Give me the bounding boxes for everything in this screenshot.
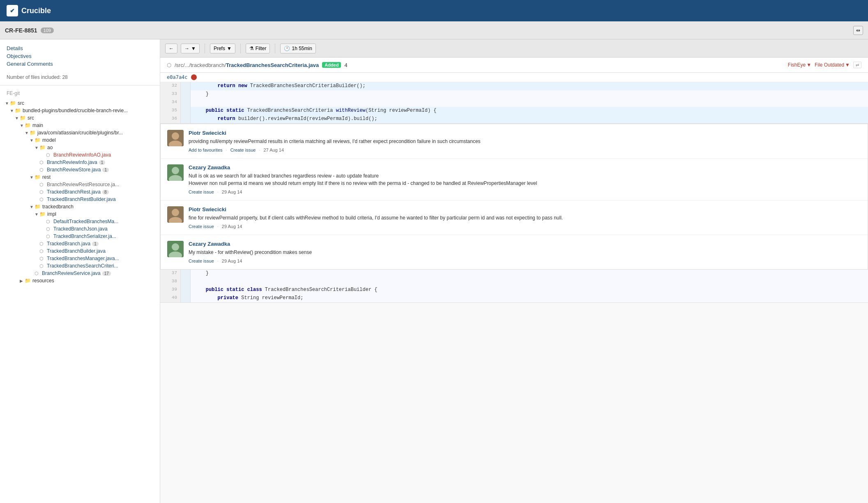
fisheye-dropdown-icon: ▼ — [806, 62, 811, 68]
avatar — [167, 130, 184, 146]
add-favourites-link[interactable]: Add to favourites — [189, 148, 223, 152]
line-number: 35 — [160, 107, 181, 115]
tree-label: java/com/atlassian/crucible/plugins/br..… — [37, 130, 123, 136]
create-issue-link[interactable]: Create issue — [189, 258, 214, 263]
main-layout: Details Objectives General Comments Numb… — [0, 39, 868, 503]
folder-icon: 📁 — [39, 145, 46, 150]
tree-label: src — [28, 115, 34, 121]
tree-toggle: ▼ — [35, 145, 39, 150]
sidebar-link-general-comments[interactable]: General Comments — [7, 60, 153, 68]
svg-point-7 — [172, 209, 179, 216]
tree-item-branchreviewinfo[interactable]: ⬡ BranchReviewInfo.java 1 — [3, 159, 157, 166]
tree-item-resources[interactable]: ▶ 📁 resources — [3, 277, 157, 284]
file-path: /src/.../trackedbranch/TrackedBranchesSe… — [175, 62, 319, 68]
sidebar-link-details[interactable]: Details — [7, 44, 153, 52]
tree-item-defaulttracked[interactable]: ⬡ DefaultTrackedBranchesMa... — [3, 218, 157, 225]
tree-item-java[interactable]: ▼ 📁 java/com/atlassian/crucible/plugins/… — [3, 129, 157, 136]
tree-item-branchreviewstore[interactable]: ⬡ BranchReviewStore.java 1 — [3, 166, 157, 173]
tree-item-trackedbranchserializer[interactable]: ⬡ TrackedBranchSerializer.ja... — [3, 233, 157, 240]
prefs-button[interactable]: Prefs ▼ — [210, 44, 235, 53]
tree-item-trackedbranchrestbuilder[interactable]: ⬡ TrackedBranchRestBuilder.java — [3, 196, 157, 203]
tree-item-trackedbranchessearch[interactable]: ⬡ TrackedBranchesSearchCriteri... — [3, 262, 157, 270]
tree-item-branchreviewinfoad[interactable]: ⬡ BranchReviewInfoAO.java — [3, 151, 157, 159]
tree-item-trackedbranch[interactable]: ⬡ TrackedBranch.java 1 — [3, 240, 157, 247]
file-icon: ⬡ — [39, 263, 45, 269]
line-content: } — [191, 90, 868, 99]
tree-item-trackedbranchbuilder[interactable]: ⬡ TrackedBranchBuilder.java — [3, 247, 157, 255]
line-gutter — [181, 90, 191, 99]
create-issue-link[interactable]: Create issue — [189, 189, 214, 194]
comment-body: Piotr Swiecicki providing null/empty rev… — [189, 130, 861, 152]
tree-item-trackedbranchrest[interactable]: ⬡ TrackedBranchRest.java 8 — [3, 188, 157, 196]
forward-button[interactable]: → ▼ — [181, 44, 200, 53]
line-number: 33 — [160, 90, 181, 99]
tree-label: impl — [47, 211, 56, 217]
tree-item-src[interactable]: ▼ 📁 src — [3, 99, 157, 107]
line-gutter — [181, 82, 191, 90]
commit-bar: e0a7a4c — [160, 73, 868, 82]
time-label: 1h 55min — [292, 46, 312, 51]
repo-label: FE-git — [0, 89, 160, 99]
tree-item-impl[interactable]: ▼ 📁 impl — [3, 210, 157, 218]
file-icon: ⬡ — [39, 189, 45, 195]
folder-icon: 📁 — [15, 108, 21, 113]
file-name: TrackedBranchesSearchCriteria.java — [226, 62, 319, 68]
expand-button[interactable]: ⇔ — [853, 26, 863, 35]
sync-icon: ⇄ — [853, 62, 861, 68]
time-button[interactable]: 🕐 1h 55min — [280, 44, 315, 53]
create-issue-link[interactable]: Create issue — [189, 224, 214, 229]
filter-icon: ⚗ — [249, 46, 254, 51]
create-issue-link[interactable]: Create issue — [230, 148, 256, 152]
tree-item-main[interactable]: ▼ 📁 main — [3, 122, 157, 129]
tree-item-model[interactable]: ▼ 📁 model — [3, 136, 157, 144]
tree-toggle: ▼ — [35, 212, 39, 217]
tree-item-trackedbranchjson[interactable]: ⬡ TrackedBranchJson.java — [3, 225, 157, 233]
line-gutter — [181, 115, 191, 123]
file-icon: ⬡ — [46, 219, 52, 224]
line-gutter — [181, 99, 191, 107]
tree-label: src — [18, 100, 24, 106]
tree-item-ao[interactable]: ▼ 📁 ao — [3, 144, 157, 151]
file-icon: ⬡ — [39, 167, 45, 173]
file-type-icon: ⬡ — [167, 62, 171, 68]
file-icon: ⬡ — [39, 256, 45, 261]
tree-toggle: ▼ — [30, 205, 35, 209]
tree-label: TrackedBranchJson.java — [53, 226, 108, 232]
tree-item-src2[interactable]: ▼ 📁 src — [3, 114, 157, 122]
tree-toggle: ▼ — [30, 175, 35, 180]
svg-point-1 — [172, 132, 179, 140]
file-outdated-button[interactable]: File Outdated ▼ — [815, 62, 850, 68]
code-line-37: 37 } — [160, 270, 868, 278]
sidebar-link-objectives[interactable]: Objectives — [7, 52, 153, 60]
tree-toggle: ▼ — [30, 138, 35, 143]
toolbar-separator — [205, 44, 205, 53]
tree-item-branchreviewservice[interactable]: ⬡ BranchReviewService.java 17 — [3, 270, 157, 277]
commit-dot — [191, 74, 197, 80]
folder-icon: 📁 — [10, 100, 16, 106]
commit-hash[interactable]: e0a7a4c — [167, 74, 188, 80]
toolbar-separator2 — [240, 44, 241, 53]
fisheye-button[interactable]: FishEye ▼ — [788, 62, 811, 68]
tree-item-branchreviewrest[interactable]: ⬡ BranchReviewRestResource.ja... — [3, 181, 157, 188]
comment-text: providing null/empty reviewPermaId resul… — [189, 138, 861, 145]
back-button[interactable]: ← — [165, 44, 177, 53]
line-content: return builder().reviewPermaId(reviewPer… — [191, 115, 868, 123]
avatar — [167, 241, 184, 257]
tree-item-bundled[interactable]: ▼ 📁 bundled-plugins/bundled/crucible-bra… — [3, 107, 157, 114]
tree-item-trackedbranch-folder[interactable]: ▼ 📁 trackedbranch — [3, 203, 157, 210]
comment-body: Piotr Swiecicki fine for reviewPermaId p… — [189, 206, 861, 229]
prefs-dropdown-icon: ▼ — [227, 46, 232, 51]
outdated-dropdown-icon: ▼ — [845, 62, 850, 68]
filter-button[interactable]: ⚗ Filter — [246, 44, 270, 53]
clock-icon: 🕐 — [284, 46, 290, 51]
tree-item-rest[interactable]: ▼ 📁 rest — [3, 173, 157, 181]
tree-toggle: ▼ — [5, 101, 10, 106]
tree-item-trackedbranchesmanager[interactable]: ⬡ TrackedBranchesManager.java... — [3, 255, 157, 262]
cr-badge: 109 — [41, 28, 54, 33]
app-name: Crucible — [21, 7, 51, 15]
app-brand: ✔ Crucible — [7, 5, 51, 16]
sidebar-meta: Number of files included: 28 — [0, 73, 160, 85]
line-gutter — [181, 294, 191, 302]
tree-label: main — [32, 122, 43, 128]
outdated-label: File Outdated — [815, 62, 844, 68]
